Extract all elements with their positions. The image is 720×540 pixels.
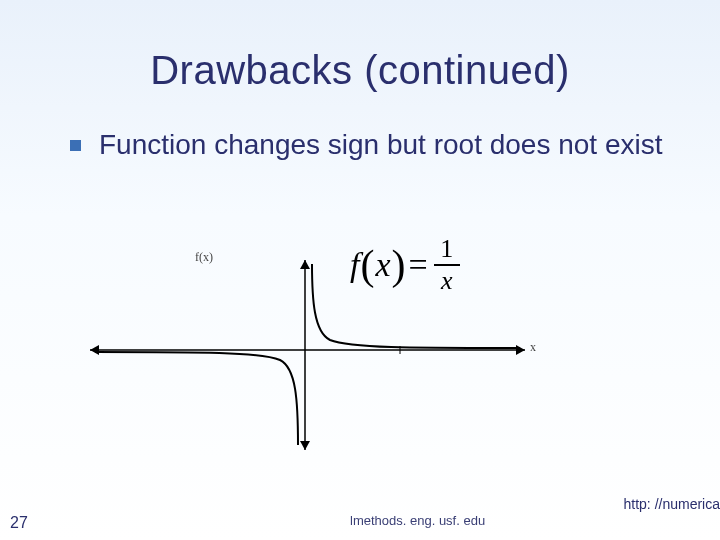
figure-area: f(x) x f ( x ) = 1 bbox=[80, 250, 640, 460]
footer-url-right: http: //numerica bbox=[624, 496, 721, 512]
function-plot bbox=[80, 250, 550, 460]
equation-argument: x bbox=[375, 246, 390, 284]
svg-marker-2 bbox=[90, 345, 99, 355]
svg-marker-1 bbox=[516, 345, 525, 355]
equation-equals: = bbox=[407, 246, 432, 284]
page-number: 27 bbox=[10, 514, 28, 532]
bullet-row: Function changes sign but root does not … bbox=[70, 128, 680, 162]
svg-marker-5 bbox=[300, 441, 310, 450]
bullet-square-icon bbox=[70, 140, 81, 151]
equation-function: f bbox=[350, 246, 359, 284]
equation-fraction: 1 x bbox=[434, 236, 460, 294]
equation-denominator: x bbox=[441, 266, 453, 294]
equation-paren-open: ( bbox=[359, 241, 375, 289]
footer-url-center: lmethods. eng. usf. edu bbox=[350, 513, 485, 528]
equation-numerator: 1 bbox=[440, 236, 453, 264]
slide: Drawbacks (continued) Function changes s… bbox=[0, 0, 720, 540]
svg-marker-4 bbox=[300, 260, 310, 269]
equation: f ( x ) = 1 x bbox=[350, 236, 460, 294]
bullet-text: Function changes sign but root does not … bbox=[99, 128, 662, 162]
slide-title: Drawbacks (continued) bbox=[0, 48, 720, 93]
equation-paren-close: ) bbox=[391, 241, 407, 289]
